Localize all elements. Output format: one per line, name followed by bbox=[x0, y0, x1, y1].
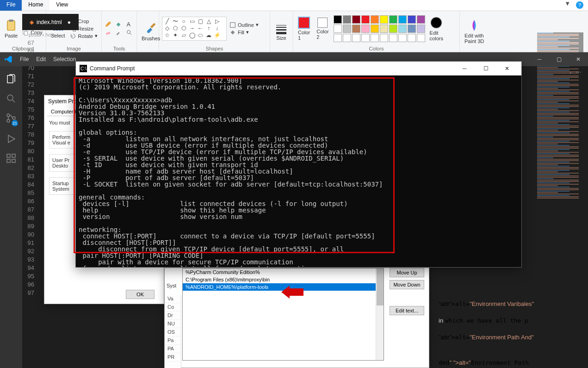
color-swatch[interactable] bbox=[352, 25, 360, 33]
color-swatch[interactable] bbox=[408, 25, 416, 33]
list-item[interactable]: Dr bbox=[165, 312, 181, 320]
env-path-list[interactable]: %PyCharm Community Edition% C:\Program F… bbox=[182, 268, 384, 361]
color-swatch[interactable] bbox=[408, 34, 416, 42]
svg-rect-12 bbox=[150, 23, 156, 28]
fill-icon bbox=[229, 29, 236, 36]
paint3d-button[interactable]: Edit with Paint 3D bbox=[463, 18, 486, 45]
zoom-icon[interactable] bbox=[126, 29, 132, 36]
env-side-list[interactable]: VaCoDrNUOSPaPAPR bbox=[165, 295, 181, 368]
list-item[interactable]: PR bbox=[165, 353, 181, 362]
tab-view[interactable]: View bbox=[50, 0, 74, 11]
paste-button[interactable]: Paste bbox=[3, 18, 19, 39]
color-swatch[interactable] bbox=[380, 34, 388, 42]
svg-point-19 bbox=[12, 117, 15, 119]
color-swatch[interactable] bbox=[408, 15, 416, 24]
help-icon[interactable]: ? bbox=[576, 1, 583, 9]
color2-button[interactable]: Color 2 bbox=[315, 17, 330, 41]
color-swatch[interactable] bbox=[371, 15, 379, 24]
fill-button[interactable]: Fill▾ bbox=[229, 29, 259, 36]
color-swatch[interactable] bbox=[334, 15, 342, 24]
svg-rect-0 bbox=[7, 20, 15, 30]
scm-icon[interactable] bbox=[6, 112, 17, 125]
list-item[interactable]: PA bbox=[165, 345, 181, 353]
edittext-button[interactable]: Edit text... bbox=[390, 306, 424, 315]
edit-colors-button[interactable]: Edit colors bbox=[428, 15, 445, 42]
code-fragment: ded" ">alt="Environment Path bbox=[439, 359, 529, 366]
vscode-close-button[interactable]: ✕ bbox=[569, 52, 588, 66]
picker-icon[interactable] bbox=[115, 29, 122, 36]
color-swatch[interactable] bbox=[343, 15, 351, 24]
moveup-button[interactable]: Move Up bbox=[390, 268, 424, 277]
color-swatch[interactable] bbox=[389, 15, 397, 24]
vscode-max-button[interactable]: ▢ bbox=[549, 52, 569, 66]
vscode-min-button[interactable]: ─ bbox=[530, 52, 549, 66]
svg-rect-1 bbox=[9, 19, 13, 22]
color-swatch[interactable] bbox=[352, 15, 360, 24]
list-item[interactable]: NU bbox=[165, 320, 181, 328]
cmd-close-button[interactable]: ✕ bbox=[496, 62, 518, 75]
svg-point-18 bbox=[7, 119, 10, 122]
explorer-icon[interactable] bbox=[6, 74, 17, 85]
bucket-icon[interactable] bbox=[115, 21, 122, 28]
editor-tab-index[interactable]: ◆index.html● bbox=[22, 14, 79, 30]
color-swatch[interactable] bbox=[417, 15, 425, 24]
cmd-min-button[interactable]: ─ bbox=[454, 62, 475, 75]
outline-button[interactable]: Outline▾ bbox=[229, 22, 259, 28]
movedown-button[interactable]: Move Down bbox=[390, 280, 424, 289]
cmd-titlebar[interactable]: C:\ Command Prompt ─ ☐ ✕ bbox=[76, 62, 521, 75]
outline-icon bbox=[229, 22, 236, 28]
color-swatch[interactable] bbox=[334, 34, 342, 42]
list-item[interactable]: %PyCharm Community Edition% bbox=[183, 268, 384, 276]
text-icon[interactable]: A bbox=[126, 21, 132, 28]
color-swatch[interactable] bbox=[417, 25, 425, 33]
list-item[interactable]: Co bbox=[165, 303, 181, 312]
paste-icon bbox=[5, 19, 18, 32]
code-fragment: "attr">alt="Environment Path And" bbox=[439, 334, 534, 341]
color1-button[interactable]: Color 1 bbox=[296, 16, 312, 42]
color-swatch[interactable] bbox=[389, 34, 397, 42]
color-swatch[interactable] bbox=[371, 34, 379, 42]
color-swatch[interactable] bbox=[361, 15, 370, 24]
sysprops-ok-button[interactable]: OK bbox=[126, 290, 155, 299]
size-button[interactable]: Size bbox=[273, 21, 290, 42]
color-swatch[interactable] bbox=[343, 25, 351, 33]
command-prompt-window: C:\ Command Prompt ─ ☐ ✕ Microsoft Windo… bbox=[75, 61, 522, 268]
color-swatch[interactable] bbox=[380, 25, 388, 33]
scrollbar[interactable] bbox=[376, 268, 384, 360]
list-item[interactable]: Pa bbox=[165, 337, 181, 345]
list-item[interactable]: OS bbox=[165, 328, 181, 337]
color-swatch[interactable] bbox=[334, 25, 342, 33]
eraser-icon[interactable] bbox=[105, 29, 111, 36]
cmd-max-button[interactable]: ☐ bbox=[475, 62, 496, 75]
color-swatch[interactable] bbox=[398, 34, 407, 42]
svg-point-11 bbox=[127, 31, 130, 34]
list-item[interactable]: Va bbox=[165, 295, 181, 303]
tab-file[interactable]: File bbox=[0, 0, 22, 11]
color-palette[interactable] bbox=[334, 15, 425, 42]
debug-icon[interactable] bbox=[6, 133, 17, 144]
extensions-icon[interactable] bbox=[6, 153, 17, 164]
paint-titlebar-min[interactable]: ▼ bbox=[564, 0, 570, 7]
code-fragment: "attr">alt="Environment Varibales" bbox=[439, 300, 534, 307]
color-swatch[interactable] bbox=[380, 15, 388, 24]
color-swatch[interactable] bbox=[361, 25, 370, 33]
shapes-gallery[interactable]: ╱〜○▭▢△▷ ◇⬠⬡→←↑↓ ☆✦▱◯⬭☁⚡ bbox=[162, 17, 227, 41]
color-swatch[interactable] bbox=[371, 25, 379, 33]
paint3d-icon bbox=[468, 19, 481, 32]
color-swatch[interactable] bbox=[361, 34, 370, 42]
vscode-menu[interactable]: FileEditSelection bbox=[17, 54, 79, 64]
color-swatch[interactable] bbox=[398, 15, 407, 24]
color-swatch[interactable] bbox=[352, 34, 360, 42]
cmd-output[interactable]: Microsoft Windows [Version 10.0.18362.90… bbox=[76, 75, 521, 267]
list-item[interactable]: C:\Program Files (x86)\mitmproxy\bin bbox=[183, 276, 384, 283]
color-swatch[interactable] bbox=[389, 25, 397, 33]
color-swatch[interactable] bbox=[398, 25, 407, 33]
tab-home[interactable]: Home bbox=[22, 0, 50, 11]
search-icon[interactable] bbox=[6, 93, 17, 104]
color-swatch[interactable] bbox=[417, 34, 425, 42]
color-swatch[interactable] bbox=[343, 34, 351, 42]
breadcrumb[interactable]: postshow bbox=[22, 30, 61, 39]
edit-colors-icon bbox=[430, 16, 443, 29]
pencil-icon[interactable] bbox=[105, 21, 111, 28]
rotate-button[interactable]: Rotate▾ bbox=[70, 33, 98, 39]
